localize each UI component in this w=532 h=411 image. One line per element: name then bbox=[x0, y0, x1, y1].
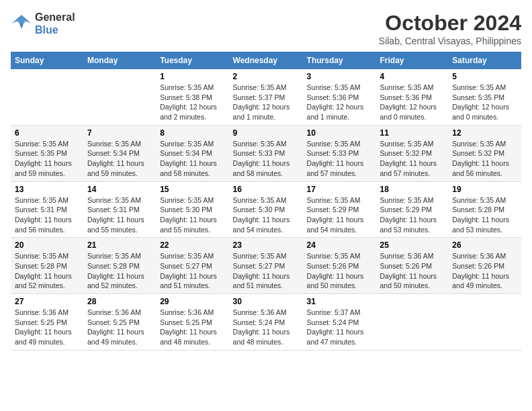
day-number: 24 bbox=[307, 240, 372, 250]
day-info: Sunrise: 5:35 AMSunset: 5:27 PMDaylight:… bbox=[160, 251, 224, 291]
logo: General Blue bbox=[11, 11, 75, 36]
day-number: 22 bbox=[160, 240, 224, 250]
day-number: 10 bbox=[307, 128, 372, 138]
day-info: Sunrise: 5:36 AMSunset: 5:24 PMDaylight:… bbox=[233, 308, 299, 347]
day-number: 20 bbox=[15, 240, 79, 250]
calendar-cell: 31Sunrise: 5:37 AMSunset: 5:24 PMDayligh… bbox=[303, 294, 376, 351]
calendar-cell bbox=[375, 294, 448, 351]
day-number: 14 bbox=[87, 185, 152, 194]
calendar-cell: 25Sunrise: 5:36 AMSunset: 5:26 PMDayligh… bbox=[375, 238, 448, 294]
calendar-cell: 27Sunrise: 5:36 AMSunset: 5:25 PMDayligh… bbox=[11, 294, 83, 351]
calendar-cell bbox=[11, 69, 83, 125]
day-number: 7 bbox=[87, 128, 152, 138]
day-number: 2 bbox=[233, 72, 299, 81]
calendar-cell: 24Sunrise: 5:35 AMSunset: 5:26 PMDayligh… bbox=[303, 238, 376, 294]
calendar-week-row: 27Sunrise: 5:36 AMSunset: 5:25 PMDayligh… bbox=[11, 294, 521, 351]
day-info: Sunrise: 5:35 AMSunset: 5:33 PMDaylight:… bbox=[233, 139, 299, 179]
day-info: Sunrise: 5:35 AMSunset: 5:30 PMDaylight:… bbox=[233, 195, 299, 235]
day-info: Sunrise: 5:36 AMSunset: 5:25 PMDaylight:… bbox=[87, 308, 152, 347]
day-info: Sunrise: 5:35 AMSunset: 5:32 PMDaylight:… bbox=[452, 139, 517, 179]
calendar-cell: 7Sunrise: 5:35 AMSunset: 5:34 PMDaylight… bbox=[83, 125, 156, 181]
day-number: 6 bbox=[15, 128, 79, 138]
calendar-cell: 21Sunrise: 5:35 AMSunset: 5:28 PMDayligh… bbox=[83, 238, 156, 294]
weekday-header: Monday bbox=[83, 52, 156, 69]
day-number: 5 bbox=[452, 72, 517, 81]
calendar-cell: 26Sunrise: 5:36 AMSunset: 5:26 PMDayligh… bbox=[448, 238, 521, 294]
calendar-week-row: 20Sunrise: 5:35 AMSunset: 5:28 PMDayligh… bbox=[11, 238, 521, 294]
calendar-cell: 8Sunrise: 5:35 AMSunset: 5:34 PMDaylight… bbox=[156, 125, 228, 181]
calendar-cell: 4Sunrise: 5:35 AMSunset: 5:36 PMDaylight… bbox=[375, 69, 448, 125]
day-number: 4 bbox=[380, 72, 444, 81]
day-info: Sunrise: 5:35 AMSunset: 5:36 PMDaylight:… bbox=[307, 83, 372, 122]
title-block: October 2024 Silab, Central Visayas, Phi… bbox=[379, 11, 521, 46]
day-number: 25 bbox=[380, 240, 444, 250]
calendar-cell: 3Sunrise: 5:35 AMSunset: 5:36 PMDaylight… bbox=[303, 69, 376, 125]
calendar-week-row: 13Sunrise: 5:35 AMSunset: 5:31 PMDayligh… bbox=[11, 181, 521, 238]
page-header: General Blue October 2024 Silab, Central… bbox=[11, 11, 521, 46]
logo-icon bbox=[11, 13, 32, 34]
svg-marker-1 bbox=[16, 15, 27, 24]
day-number: 1 bbox=[160, 72, 224, 81]
weekday-header: Tuesday bbox=[156, 52, 228, 69]
calendar-table: SundayMondayTuesdayWednesdayThursdayFrid… bbox=[11, 52, 521, 351]
day-number: 16 bbox=[233, 185, 299, 194]
calendar-week-row: 1Sunrise: 5:35 AMSunset: 5:38 PMDaylight… bbox=[11, 69, 521, 125]
calendar-cell: 17Sunrise: 5:35 AMSunset: 5:29 PMDayligh… bbox=[303, 181, 376, 238]
day-info: Sunrise: 5:36 AMSunset: 5:25 PMDaylight:… bbox=[15, 308, 79, 347]
calendar-cell: 22Sunrise: 5:35 AMSunset: 5:27 PMDayligh… bbox=[156, 238, 228, 294]
calendar-cell: 30Sunrise: 5:36 AMSunset: 5:24 PMDayligh… bbox=[229, 294, 303, 351]
calendar-cell: 2Sunrise: 5:35 AMSunset: 5:37 PMDaylight… bbox=[229, 69, 303, 125]
day-number: 23 bbox=[233, 240, 299, 250]
day-info: Sunrise: 5:36 AMSunset: 5:26 PMDaylight:… bbox=[380, 251, 444, 291]
day-number: 27 bbox=[15, 297, 79, 306]
day-info: Sunrise: 5:35 AMSunset: 5:27 PMDaylight:… bbox=[233, 251, 299, 291]
day-info: Sunrise: 5:35 AMSunset: 5:28 PMDaylight:… bbox=[15, 251, 79, 291]
day-info: Sunrise: 5:35 AMSunset: 5:26 PMDaylight:… bbox=[307, 251, 372, 291]
day-number: 29 bbox=[160, 297, 224, 306]
calendar-cell: 11Sunrise: 5:35 AMSunset: 5:32 PMDayligh… bbox=[375, 125, 448, 181]
calendar-cell: 16Sunrise: 5:35 AMSunset: 5:30 PMDayligh… bbox=[229, 181, 303, 238]
day-number: 26 bbox=[452, 240, 517, 250]
day-info: Sunrise: 5:35 AMSunset: 5:34 PMDaylight:… bbox=[160, 139, 224, 179]
calendar-cell: 19Sunrise: 5:35 AMSunset: 5:28 PMDayligh… bbox=[448, 181, 521, 238]
day-info: Sunrise: 5:35 AMSunset: 5:30 PMDaylight:… bbox=[160, 195, 224, 235]
day-number: 13 bbox=[15, 185, 79, 194]
day-number: 15 bbox=[160, 185, 224, 194]
day-info: Sunrise: 5:36 AMSunset: 5:25 PMDaylight:… bbox=[160, 308, 224, 347]
calendar-cell: 6Sunrise: 5:35 AMSunset: 5:35 PMDaylight… bbox=[11, 125, 83, 181]
calendar-cell: 5Sunrise: 5:35 AMSunset: 5:35 PMDaylight… bbox=[448, 69, 521, 125]
calendar-cell: 18Sunrise: 5:35 AMSunset: 5:29 PMDayligh… bbox=[375, 181, 448, 238]
weekday-header: Friday bbox=[375, 52, 448, 69]
logo-text: General Blue bbox=[35, 11, 75, 36]
day-info: Sunrise: 5:35 AMSunset: 5:31 PMDaylight:… bbox=[87, 195, 152, 235]
day-info: Sunrise: 5:35 AMSunset: 5:32 PMDaylight:… bbox=[380, 139, 444, 179]
day-number: 21 bbox=[87, 240, 152, 250]
calendar-cell: 9Sunrise: 5:35 AMSunset: 5:33 PMDaylight… bbox=[229, 125, 303, 181]
calendar-cell: 28Sunrise: 5:36 AMSunset: 5:25 PMDayligh… bbox=[83, 294, 156, 351]
day-info: Sunrise: 5:35 AMSunset: 5:29 PMDaylight:… bbox=[307, 195, 372, 235]
day-number: 12 bbox=[452, 128, 517, 138]
day-number: 19 bbox=[452, 185, 517, 194]
calendar-cell bbox=[448, 294, 521, 351]
day-info: Sunrise: 5:37 AMSunset: 5:24 PMDaylight:… bbox=[307, 308, 372, 347]
calendar-cell: 29Sunrise: 5:36 AMSunset: 5:25 PMDayligh… bbox=[156, 294, 228, 351]
day-info: Sunrise: 5:35 AMSunset: 5:37 PMDaylight:… bbox=[233, 83, 299, 122]
day-info: Sunrise: 5:35 AMSunset: 5:36 PMDaylight:… bbox=[380, 83, 444, 122]
weekday-header: Saturday bbox=[448, 52, 521, 69]
weekday-header: Sunday bbox=[11, 52, 83, 69]
weekday-header-row: SundayMondayTuesdayWednesdayThursdayFrid… bbox=[11, 52, 521, 69]
day-info: Sunrise: 5:35 AMSunset: 5:35 PMDaylight:… bbox=[452, 83, 517, 122]
day-info: Sunrise: 5:35 AMSunset: 5:38 PMDaylight:… bbox=[160, 83, 224, 122]
calendar-cell: 12Sunrise: 5:35 AMSunset: 5:32 PMDayligh… bbox=[448, 125, 521, 181]
day-info: Sunrise: 5:35 AMSunset: 5:31 PMDaylight:… bbox=[15, 195, 79, 235]
calendar-cell: 1Sunrise: 5:35 AMSunset: 5:38 PMDaylight… bbox=[156, 69, 228, 125]
weekday-header: Wednesday bbox=[229, 52, 303, 69]
day-number: 3 bbox=[307, 72, 372, 81]
calendar-cell bbox=[83, 69, 156, 125]
calendar-cell: 20Sunrise: 5:35 AMSunset: 5:28 PMDayligh… bbox=[11, 238, 83, 294]
day-info: Sunrise: 5:35 AMSunset: 5:35 PMDaylight:… bbox=[15, 139, 79, 179]
calendar-cell: 14Sunrise: 5:35 AMSunset: 5:31 PMDayligh… bbox=[83, 181, 156, 238]
day-info: Sunrise: 5:36 AMSunset: 5:26 PMDaylight:… bbox=[452, 251, 517, 291]
day-number: 17 bbox=[307, 185, 372, 194]
calendar-week-row: 6Sunrise: 5:35 AMSunset: 5:35 PMDaylight… bbox=[11, 125, 521, 181]
